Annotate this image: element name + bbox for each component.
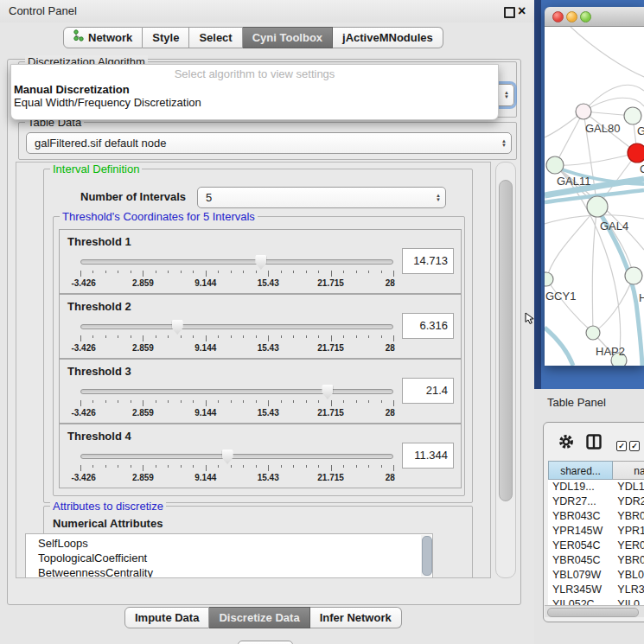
interval-definition-group: Interval Definition Number of Intervals …: [43, 169, 473, 503]
node-red-selected[interactable]: [628, 143, 644, 163]
column-header-shared-name[interactable]: shared...: [548, 461, 613, 480]
numerical-attributes-list[interactable]: SelfLoops TopologicalCoefficient Between…: [25, 533, 433, 578]
list-scrollbar[interactable]: [421, 535, 431, 577]
slider-thumb[interactable]: [255, 255, 266, 270]
slider-ticks: [80, 400, 393, 406]
popup-item-equal-width-frequency[interactable]: Equal Width/Frequency Discretization: [11, 96, 498, 109]
node-hap2[interactable]: [586, 326, 600, 340]
tab-discretize-data[interactable]: Discretize Data: [209, 607, 309, 628]
node-label-gal11: GAL11: [557, 175, 591, 188]
float-window-icon[interactable]: [504, 7, 515, 18]
tab-jactivemnodules[interactable]: jActiveMNodules: [333, 27, 443, 48]
tab-select[interactable]: Select: [189, 27, 242, 48]
thresholds-group-label: Threshold's Coordinates for 5 Intervals: [60, 210, 258, 223]
slider-track[interactable]: [80, 259, 393, 265]
table-scrollbar-thumb[interactable]: [547, 608, 639, 617]
node-label-hap2: HAP2: [596, 345, 625, 358]
node-label-clipped-ga: GA: [637, 124, 644, 137]
list-item[interactable]: SelfLoops: [26, 534, 432, 551]
combo-spinner-icon: ▲▼: [501, 139, 507, 148]
network-canvas[interactable]: GAL80 GA C GAL11 GAL4 GCY1 H HAP2: [545, 27, 644, 366]
node-gal11[interactable]: [546, 156, 564, 174]
table-row[interactable]: YBL079WYBL0: [548, 568, 644, 583]
desktop-left-edge: [534, 0, 541, 389]
zoom-window-icon[interactable]: [580, 11, 591, 22]
popup-hint-item[interactable]: Select algorithm to view settings: [11, 65, 498, 83]
table-row[interactable]: YBR045CYBR0: [548, 553, 644, 568]
tab-infer-network[interactable]: Infer Network: [310, 607, 402, 628]
settings-gear-icon[interactable]: [558, 433, 575, 450]
column-header-name[interactable]: na: [613, 461, 644, 480]
number-of-intervals-value: 5: [206, 191, 212, 204]
table-horizontal-scrollbar[interactable]: [545, 605, 644, 617]
node-gcy1[interactable]: [545, 272, 553, 286]
checkbox-checked-icon[interactable]: ✓: [616, 441, 627, 451]
table-row[interactable]: YLR345WYLR3: [548, 583, 644, 597]
threshold-4-value-field[interactable]: 11.344: [402, 443, 454, 469]
slider-tick-labels: -3.426 2.859 9.144 15.43 21.715 28: [80, 343, 393, 354]
node-gal80[interactable]: [576, 104, 591, 119]
node-right[interactable]: [625, 267, 642, 284]
settings-scrollbar-thumb[interactable]: [499, 180, 513, 501]
slider-track[interactable]: [80, 324, 393, 329]
list-item[interactable]: TopologicalCoefficient: [26, 551, 432, 565]
network-window-titlebar[interactable]: [545, 7, 644, 27]
list-item[interactable]: BetweennessCentrality: [26, 565, 432, 578]
table-row[interactable]: YDR27...YDR2: [548, 494, 644, 509]
list-scrollbar-thumb[interactable]: [422, 536, 432, 576]
slider-track[interactable]: [80, 389, 393, 394]
attributes-group-label: Attributes to discretize: [50, 500, 166, 513]
number-of-intervals-combobox[interactable]: 5 ▲▼: [197, 187, 446, 208]
interval-definition-label: Interval Definition: [50, 163, 142, 175]
node-top-right[interactable]: [624, 107, 641, 124]
control-panel: Control Panel × Network Style Select: [0, 0, 534, 644]
table-row[interactable]: YBR043CYBR0: [548, 509, 644, 524]
combo-spinner-icon: ▲▼: [504, 91, 509, 99]
control-panel-title: Control Panel: [9, 0, 77, 22]
close-window-icon[interactable]: [552, 11, 564, 22]
column-visibility-checkboxes[interactable]: ✓✓: [616, 437, 642, 452]
table-data-group: Table Data galFiltered.sif default node …: [18, 122, 517, 160]
node-label-gcy1: GCY1: [545, 290, 576, 303]
table-row[interactable]: YDL19...YDL1: [548, 480, 644, 494]
slider-thumb[interactable]: [322, 385, 333, 399]
tab-network[interactable]: Network: [63, 27, 143, 48]
bottom-tab-bar: Impute Data Discretize Data Infer Networ…: [124, 607, 402, 628]
combo-spinner-icon: ▲▼: [436, 194, 441, 202]
threshold-4-slider[interactable]: -3.426 2.859 9.144 15.43 21.715 28: [80, 449, 393, 483]
split-columns-icon[interactable]: [586, 434, 602, 450]
threshold-1-slider[interactable]: -3.426 2.859 9.144 15.43 21.715 28: [80, 254, 393, 289]
close-panel-icon[interactable]: ×: [518, 3, 526, 20]
number-of-intervals-label: Number of Intervals: [80, 190, 186, 203]
slider-thumb[interactable]: [222, 450, 233, 464]
apply-button[interactable]: Apply: [238, 641, 293, 644]
tab-network-label: Network: [88, 28, 132, 48]
slider-ticks: [80, 335, 393, 341]
settings-vertical-scrollbar[interactable]: [495, 162, 516, 578]
control-panel-titlebar: [0, 0, 534, 22]
tab-cyni-toolbox[interactable]: Cyni Toolbox: [243, 27, 333, 48]
slider-track[interactable]: [80, 454, 393, 459]
tab-style[interactable]: Style: [143, 27, 189, 48]
slider-ticks: [80, 271, 393, 277]
threshold-1-label: Threshold 1: [67, 235, 131, 248]
threshold-2-slider[interactable]: -3.426 2.859 9.144 15.43 21.715 28: [80, 319, 393, 354]
threshold-2-value-field[interactable]: 6.316: [402, 313, 454, 339]
threshold-3-slider[interactable]: -3.426 2.859 9.144 15.43 21.715 28: [80, 384, 393, 418]
table-panel-title: Table Panel: [547, 396, 606, 409]
table-header-row: shared... na: [548, 461, 644, 480]
minimize-window-icon[interactable]: [566, 11, 577, 22]
table-rows: YDL19...YDL1 YDR27...YDR2 YBR043CYBR0 YP…: [548, 480, 644, 612]
popup-item-manual-discretization[interactable]: Manual Discretization: [11, 83, 498, 96]
checkbox-checked-icon[interactable]: ✓: [629, 441, 640, 451]
tab-impute-data[interactable]: Impute Data: [124, 607, 209, 628]
node-label-gal80: GAL80: [585, 122, 620, 135]
threshold-1-value-field[interactable]: 14.713: [402, 248, 454, 274]
table-row[interactable]: YPR145WYPR1: [548, 524, 644, 539]
slider-thumb[interactable]: [172, 320, 183, 335]
table-panel: Table Panel ✓✓ shared...: [534, 389, 644, 644]
table-data-combobox[interactable]: galFiltered.sif default node ▲▼: [26, 132, 512, 154]
threshold-3-value-field[interactable]: 21.4: [402, 378, 454, 404]
node-gal4[interactable]: [587, 196, 608, 217]
table-row[interactable]: YER054CYER0: [548, 539, 644, 553]
